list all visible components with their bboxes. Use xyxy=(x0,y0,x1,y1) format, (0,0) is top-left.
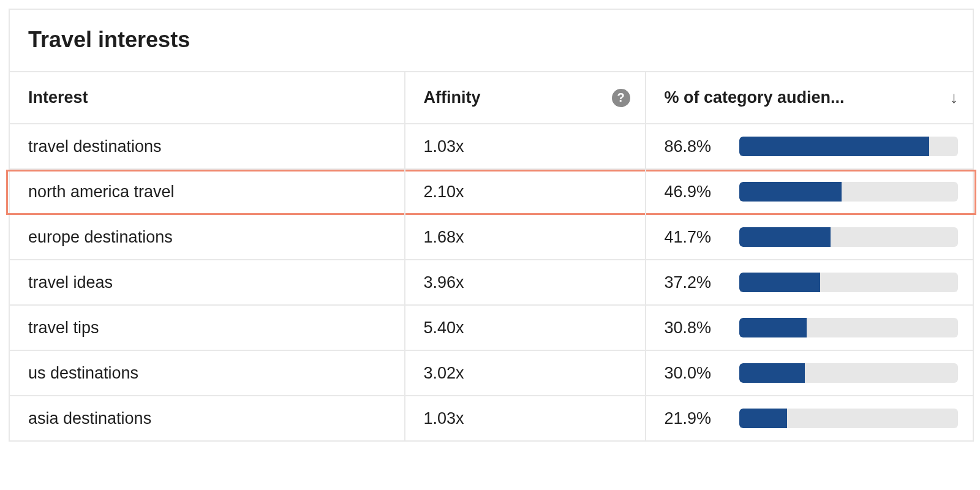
cell-interest: europe destinations xyxy=(10,214,405,260)
pct-bar-fill xyxy=(739,273,821,292)
cell-affinity: 2.10x xyxy=(405,169,646,214)
pct-label: 41.7% xyxy=(665,228,726,247)
pct-bar xyxy=(739,273,958,292)
col-header-pct[interactable]: % of category audien... ↓ xyxy=(646,72,973,124)
col-header-interest[interactable]: Interest xyxy=(10,72,405,124)
cell-pct: 86.8% xyxy=(646,124,973,169)
pct-bar-fill xyxy=(739,363,805,383)
pct-bar-fill xyxy=(739,137,929,156)
col-header-interest-label: Interest xyxy=(28,88,88,107)
cell-affinity: 1.03x xyxy=(405,396,646,440)
cell-interest: us destinations xyxy=(10,350,405,396)
pct-bar xyxy=(739,363,958,383)
pct-bar xyxy=(739,227,958,247)
col-header-pct-label: % of category audien... xyxy=(665,88,845,107)
table-row[interactable]: asia destinations1.03x21.9% xyxy=(10,396,973,440)
cell-interest: travel destinations xyxy=(10,124,405,169)
pct-label: 86.8% xyxy=(665,137,726,156)
cell-interest: north america travel xyxy=(10,169,405,214)
cell-pct: 30.0% xyxy=(646,350,973,396)
pct-bar xyxy=(739,137,958,156)
cell-pct: 21.9% xyxy=(646,396,973,440)
cell-affinity: 1.03x xyxy=(405,124,646,169)
table-row[interactable]: travel destinations1.03x86.8% xyxy=(10,124,973,169)
table-row[interactable]: travel ideas3.96x37.2% xyxy=(10,260,973,305)
col-header-affinity-label: Affinity xyxy=(424,88,481,107)
table-row[interactable]: us destinations3.02x30.0% xyxy=(10,350,973,396)
table-row[interactable]: europe destinations1.68x41.7% xyxy=(10,214,973,260)
pct-label: 30.0% xyxy=(665,364,726,383)
help-icon[interactable]: ? xyxy=(612,89,630,107)
pct-bar xyxy=(739,182,958,202)
cell-pct: 30.8% xyxy=(646,305,973,350)
table-row[interactable]: travel tips5.40x30.8% xyxy=(10,305,973,350)
panel-title: Travel interests xyxy=(10,10,973,71)
pct-bar-fill xyxy=(739,318,807,337)
cell-pct: 46.9% xyxy=(646,169,973,214)
pct-label: 21.9% xyxy=(665,409,726,428)
pct-bar-fill xyxy=(739,227,831,247)
cell-pct: 37.2% xyxy=(646,260,973,305)
cell-affinity: 3.96x xyxy=(405,260,646,305)
cell-interest: travel tips xyxy=(10,305,405,350)
pct-label: 30.8% xyxy=(665,318,726,337)
cell-affinity: 5.40x xyxy=(405,305,646,350)
pct-bar xyxy=(739,409,958,428)
interests-panel: Travel interests Interest Affinity ? % o… xyxy=(9,9,974,442)
pct-label: 46.9% xyxy=(665,183,726,202)
pct-bar-fill xyxy=(739,409,787,428)
cell-interest: travel ideas xyxy=(10,260,405,305)
cell-affinity: 1.68x xyxy=(405,214,646,260)
pct-label: 37.2% xyxy=(665,273,726,292)
arrow-down-icon: ↓ xyxy=(950,88,958,107)
table-header-row: Interest Affinity ? % of category audien… xyxy=(10,72,973,124)
cell-pct: 41.7% xyxy=(646,214,973,260)
cell-affinity: 3.02x xyxy=(405,350,646,396)
table-row[interactable]: north america travel2.10x46.9% xyxy=(10,169,973,214)
cell-interest: asia destinations xyxy=(10,396,405,440)
pct-bar xyxy=(739,318,958,337)
interests-table: Interest Affinity ? % of category audien… xyxy=(10,71,973,440)
col-header-affinity[interactable]: Affinity ? xyxy=(405,72,646,124)
pct-bar-fill xyxy=(739,182,842,202)
